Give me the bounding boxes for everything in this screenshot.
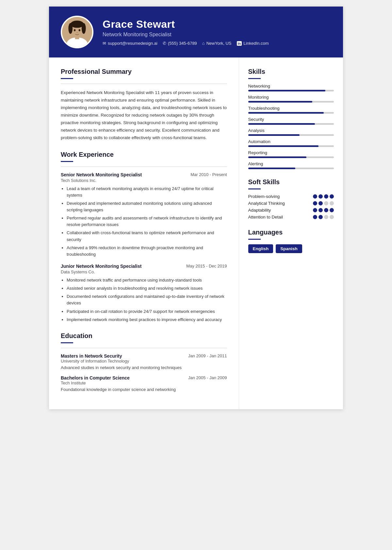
soft-skills-section: Soft Skills Problem-solvingAnalytical Th… [248, 178, 334, 219]
edu-desc-2: Foundational knowledge in computer scien… [61, 386, 227, 393]
work-section: Work Experience Senior Network Monitorin… [61, 151, 227, 323]
contact-email: ✉ support@resumedesign.ai [103, 41, 157, 46]
summary-section: Professional Summary Experienced Network… [61, 68, 227, 142]
skill-bar-bg [248, 112, 334, 114]
job-company-2: Data Systems Co. [61, 269, 227, 274]
bullet: Achieved a 99% reduction in downtime thr… [67, 245, 227, 258]
soft-skills-underline [248, 188, 261, 189]
skill-name: Security [248, 117, 334, 122]
skill-bar-fill [248, 168, 295, 169]
job-date-2: May 2015 - Dec 2019 [186, 264, 227, 268]
dot-filled [324, 194, 328, 199]
education-title: Education [61, 332, 227, 340]
contact-linkedin: in LinkedIn.com [237, 41, 269, 46]
edu-header-1: Masters in Network Security Jan 2009 - J… [61, 353, 227, 359]
skill-item: Networking [248, 84, 334, 91]
skill-bar-fill [248, 101, 313, 103]
bullet: Assisted senior analysts in troubleshoot… [67, 285, 227, 292]
bullet: Participated in on-call rotation to prov… [67, 308, 227, 315]
skill-item: Security [248, 117, 334, 125]
skills-section: Skills Networking Monitoring Troubleshoo… [248, 68, 334, 169]
skill-item: Alerting [248, 161, 334, 169]
skill-item: Monitoring [248, 95, 334, 103]
candidate-title: Network Monitoring Specialist [103, 32, 331, 38]
soft-skill-name: Adaptability [248, 208, 313, 213]
skill-name: Automation [248, 139, 334, 144]
skill-dots [313, 215, 334, 219]
dot-filled [313, 215, 317, 219]
location-text: NewYork, US [206, 41, 232, 46]
skills-list: Networking Monitoring Troubleshooting Se… [248, 84, 334, 169]
job-entry-1: Senior Network Monitoring Specialist Mar… [61, 172, 227, 258]
edu-entry-1: Masters in Network Security Jan 2009 - J… [61, 353, 227, 371]
bullet: Documented network configurations and ma… [67, 293, 227, 306]
skill-bar-bg [248, 156, 334, 158]
languages-underline [248, 239, 261, 240]
linkedin-icon: in [237, 41, 242, 46]
dot-filled [313, 194, 317, 199]
soft-skill-item: Problem-solving [248, 194, 334, 199]
job-company-1: Tech Solutions Inc. [61, 178, 227, 183]
skill-bar-fill [248, 112, 324, 114]
svg-point-8 [74, 29, 76, 31]
skill-bar-bg [248, 101, 334, 103]
job-date-1: Mar 2010 - Present [190, 172, 227, 177]
languages-section: Languages EnglishSpanish [248, 229, 334, 253]
soft-skill-name: Attention to Detail [248, 215, 313, 219]
skill-bar-fill [248, 145, 318, 147]
skill-bar-fill [248, 123, 315, 125]
skill-name: Analysis [248, 128, 334, 133]
soft-skills-list: Problem-solvingAnalytical ThinkingAdapta… [248, 194, 334, 219]
phone-icon: ✆ [163, 41, 166, 46]
skill-bar-fill [248, 156, 306, 158]
edu-entry-2: Bachelors in Computer Science Jan 2005 -… [61, 375, 227, 393]
bullet: Lead a team of network monitoring analys… [67, 186, 227, 199]
language-tags: EnglishSpanish [248, 244, 334, 253]
bullet: Monitored network traffic and performanc… [67, 277, 227, 283]
dot-filled [330, 194, 334, 199]
summary-underline [61, 78, 73, 79]
skill-bar-bg [248, 134, 334, 136]
skill-dots [313, 208, 334, 212]
email-icon: ✉ [103, 41, 106, 46]
edu-date-1: Jan 2009 - Jan 2011 [188, 353, 227, 358]
soft-skills-title: Soft Skills [248, 178, 334, 186]
skill-item: Reporting [248, 150, 334, 158]
skill-name: Monitoring [248, 95, 334, 100]
dot-filled [318, 208, 323, 212]
job-bullets-2: Monitored network traffic and performanc… [61, 277, 227, 323]
resume-header: Grace Stewart Network Monitoring Special… [49, 7, 343, 57]
edu-institution-1: University of Information Technology [61, 359, 227, 364]
job-header-1: Senior Network Monitoring Specialist Mar… [61, 172, 227, 177]
language-tag: English [248, 244, 273, 253]
svg-point-6 [82, 23, 86, 34]
dot-filled [313, 201, 317, 205]
soft-skill-name: Problem-solving [248, 194, 313, 199]
avatar [61, 16, 93, 48]
summary-title: Professional Summary [61, 68, 227, 75]
education-section: Education Masters in Network Security Ja… [61, 332, 227, 393]
dot-filled [318, 201, 323, 205]
job-bullets-1: Lead a team of network monitoring analys… [61, 186, 227, 258]
edu-date-2: Jan 2005 - Jan 2009 [188, 375, 227, 380]
skill-dots [313, 194, 334, 199]
skill-bar-fill [248, 134, 300, 136]
bullet: Implemented network monitoring best prac… [67, 316, 227, 323]
soft-skill-name: Analytical Thinking [248, 201, 313, 206]
contact-phone: ✆ (555) 345-6789 [163, 41, 197, 46]
work-underline [61, 161, 73, 162]
work-divider [61, 167, 227, 167]
skills-underline [248, 78, 261, 79]
skill-name: Networking [248, 84, 334, 89]
skills-title: Skills [248, 68, 334, 75]
edu-degree-1: Masters in Network Security [61, 353, 122, 359]
education-divider [61, 348, 227, 348]
resume-document: Grace Stewart Network Monitoring Special… [49, 7, 343, 409]
skill-bar-bg [248, 145, 334, 147]
job-header-2: Junior Network Monitoring Specialist May… [61, 264, 227, 269]
contact-list: ✉ support@resumedesign.ai ✆ (555) 345-67… [103, 41, 331, 46]
edu-header-2: Bachelors in Computer Science Jan 2005 -… [61, 375, 227, 380]
work-title: Work Experience [61, 151, 227, 158]
skill-bar-bg [248, 168, 334, 169]
skill-item: Automation [248, 139, 334, 147]
